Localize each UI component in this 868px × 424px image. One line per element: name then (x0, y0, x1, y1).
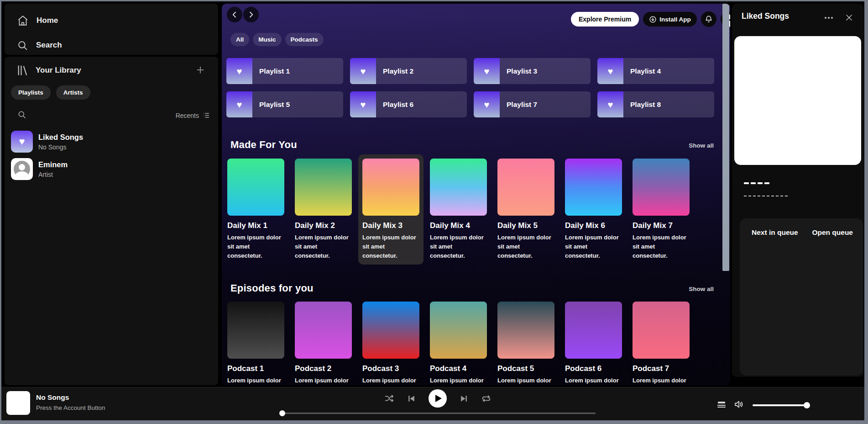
daily-mix-card[interactable]: Daily Mix 2 Lorem ipsum dolor sit amet c… (291, 154, 356, 265)
next-button[interactable] (460, 394, 468, 403)
daily-mix-card[interactable]: Daily Mix 1 Lorem ipsum dolor sit amet c… (223, 154, 288, 265)
add-to-library-button[interactable] (193, 63, 207, 77)
card-title: Podcast 5 (497, 364, 554, 373)
daily-mix-card[interactable]: Daily Mix 4 Lorem ipsum dolor sit amet c… (426, 154, 491, 265)
podcast-cover (295, 302, 352, 359)
podcast-card[interactable]: Podcast 2 Lorem ipsum dolor sit amet con… (291, 297, 356, 385)
bell-icon (705, 15, 713, 23)
daily-mix-card[interactable]: Daily Mix 6 Lorem ipsum dolor sit amet c… (561, 154, 626, 265)
podcast-cover (227, 302, 284, 359)
open-queue-button[interactable]: Open queue (812, 228, 853, 237)
daily-mix-cover (633, 159, 690, 216)
chip-all[interactable]: All (230, 33, 249, 46)
playlist-card[interactable]: ♥ Playlist 1 (226, 58, 343, 84)
podcast-card[interactable]: Podcast 4 Lorem ipsum dolor sit amet con… (426, 297, 491, 385)
install-app-button[interactable]: Install App (643, 12, 697, 26)
playlist-card[interactable]: ♥ Playlist 5 (226, 91, 343, 117)
podcast-card[interactable]: Podcast 7 Lorem ipsum dolor sit amet con… (628, 297, 694, 385)
main-scrollbar-thumb[interactable] (722, 4, 729, 271)
podcast-cover (362, 302, 419, 359)
playlist-cover: ♥ (597, 58, 623, 84)
library-title: Your Library (36, 66, 81, 75)
made-for-you-row: Daily Mix 1 Lorem ipsum dolor sit amet c… (223, 154, 694, 265)
explore-premium-button[interactable]: Explore Premium (571, 12, 639, 26)
section-title-episodes: Episodes for you (230, 282, 314, 294)
playlist-cover: ♥ (350, 91, 376, 117)
volume-slider[interactable] (753, 404, 808, 406)
library-search-button[interactable] (17, 110, 26, 121)
heart-icon: ♥ (608, 67, 613, 76)
progress-knob[interactable] (279, 410, 285, 416)
playlist-card[interactable]: ♥ Playlist 4 (597, 58, 714, 84)
library-item-title: Liked Songs (38, 133, 83, 142)
volume-knob[interactable] (804, 402, 810, 408)
close-panel-button[interactable] (844, 12, 854, 22)
card-title: Daily Mix 6 (565, 221, 622, 230)
chip-music[interactable]: Music (253, 33, 281, 46)
sidebar-item-search[interactable]: Search (17, 37, 62, 54)
filter-chip-playlists[interactable]: Playlists (11, 85, 51, 100)
search-icon (17, 40, 28, 51)
playlist-name: Playlist 2 (383, 67, 413, 75)
filter-chip-artists[interactable]: Artists (56, 85, 90, 100)
shuffle-button[interactable] (384, 393, 394, 403)
heart-icon: ♥ (237, 100, 242, 109)
queue-button[interactable] (716, 387, 727, 420)
playlist-cover: ♥ (474, 91, 500, 117)
podcast-card[interactable]: Podcast 3 Lorem ipsum dolor sit amet con… (358, 297, 424, 385)
podcast-card[interactable]: Podcast 6 Lorem ipsum dolor sit amet con… (561, 297, 626, 385)
card-subtitle: Lorem ipsum dolor sit amet consectetur. (497, 233, 554, 260)
playlist-card[interactable]: ♥ Playlist 3 (474, 58, 591, 84)
sidebar-nav-panel: Home Search (5, 4, 218, 55)
play-icon (435, 395, 442, 402)
heart-icon: ♥ (361, 67, 366, 76)
playlist-card[interactable]: ♥ Playlist 8 (597, 91, 714, 117)
card-title: Daily Mix 4 (430, 221, 487, 230)
notifications-button[interactable] (701, 11, 716, 27)
shuffle-icon (384, 393, 394, 403)
card-subtitle: Lorem ipsum dolor sit amet consectetur. (295, 376, 352, 385)
heart-icon: ♥ (361, 100, 366, 109)
chip-podcasts[interactable]: Podcasts (285, 33, 324, 46)
daily-mix-card-highlighted[interactable]: Daily Mix 3 Lorem ipsum dolor sit amet c… (358, 154, 424, 265)
playlist-cover: ♥ (226, 91, 252, 117)
card-title: Daily Mix 3 (362, 221, 419, 230)
library-header[interactable]: Your Library (16, 64, 81, 77)
podcast-card[interactable]: Podcast 5 Lorem ipsum dolor sit amet con… (493, 297, 559, 385)
search-icon (17, 110, 26, 119)
sidebar-item-home[interactable]: Home (17, 12, 58, 29)
podcast-cover (430, 302, 487, 359)
podcast-card[interactable]: Podcast 1 Lorem ipsum dolor sit amet con… (223, 297, 288, 385)
card-subtitle: Lorem ipsum dolor sit amet consectetur. (633, 233, 690, 260)
track-title-placeholder (744, 182, 769, 184)
more-options-button[interactable] (825, 17, 833, 19)
show-all-episodes[interactable]: Show all (689, 286, 714, 292)
volume-button[interactable] (733, 387, 744, 420)
card-title: Podcast 2 (295, 364, 352, 373)
library-item-artist[interactable]: Eminem Artist (8, 155, 214, 183)
player-bar: No Songs Press the Account Button (1, 387, 864, 420)
card-title: Podcast 1 (227, 364, 284, 373)
playlist-card[interactable]: ♥ Playlist 2 (350, 58, 467, 84)
next-icon (460, 394, 468, 403)
card-title: Daily Mix 2 (295, 221, 352, 230)
show-all-made-for-you[interactable]: Show all (689, 142, 714, 149)
previous-button[interactable] (407, 394, 416, 403)
repeat-button[interactable] (481, 393, 492, 404)
playlist-name: Playlist 6 (383, 101, 413, 109)
playlist-card[interactable]: ♥ Playlist 7 (474, 91, 591, 117)
progress-bar[interactable] (282, 413, 596, 414)
back-button[interactable] (227, 7, 242, 22)
daily-mix-card[interactable]: Daily Mix 7 Lorem ipsum dolor sit amet c… (628, 154, 694, 265)
play-button[interactable] (429, 389, 447, 408)
library-item-liked-songs[interactable]: ♥ Liked Songs No Songs (8, 128, 214, 155)
volume-icon (733, 399, 744, 410)
forward-button[interactable] (243, 7, 259, 22)
card-subtitle: Lorem ipsum dolor sit amet consectetur. (565, 233, 622, 260)
recents-sort-button[interactable]: Recents (176, 111, 210, 119)
playlist-card[interactable]: ♥ Playlist 6 (350, 91, 467, 117)
daily-mix-card[interactable]: Daily Mix 5 Lorem ipsum dolor sit amet c… (493, 154, 559, 265)
heart-icon: ♥ (484, 100, 490, 109)
card-subtitle: Lorem ipsum dolor sit amet consectetur. (430, 233, 487, 260)
card-subtitle: Lorem ipsum dolor sit amet consectetur. (362, 376, 419, 385)
